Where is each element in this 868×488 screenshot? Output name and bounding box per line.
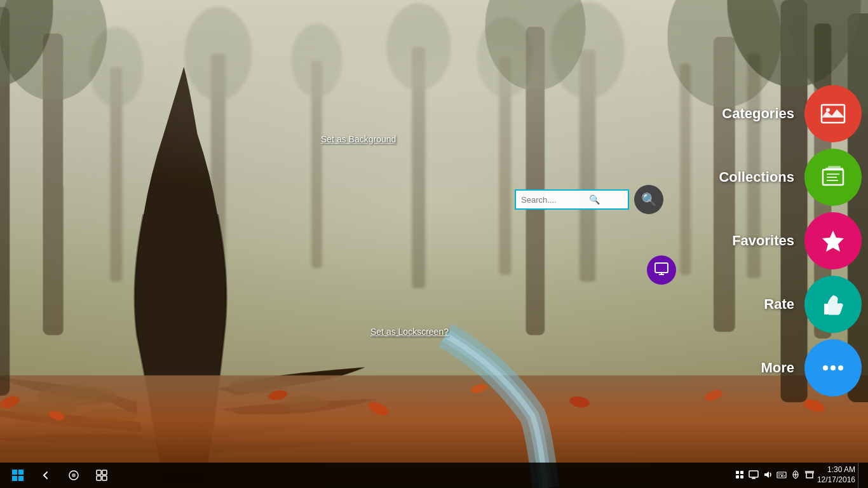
menu-item-rate[interactable]: Rate (719, 276, 862, 333)
star-icon (819, 227, 847, 255)
volume-icon[interactable] (763, 470, 773, 482)
svg-rect-70 (736, 475, 739, 478)
menu-item-favorites[interactable]: Favorites (719, 212, 862, 269)
network-icon[interactable] (735, 470, 745, 482)
svg-rect-64 (97, 470, 101, 475)
collections-icon (819, 163, 847, 191)
taskbar-date-display: 12/17/2016 (817, 475, 855, 485)
svg-rect-60 (12, 476, 17, 481)
search-input-wrapper: 🔍 (515, 189, 629, 210)
svg-rect-58 (12, 470, 17, 475)
svg-marker-53 (822, 231, 844, 252)
dots-icon (819, 354, 847, 382)
rate-circle[interactable] (804, 276, 862, 333)
svg-rect-72 (749, 471, 758, 477)
cortana-button[interactable] (61, 463, 86, 488)
svg-point-56 (831, 365, 836, 370)
taskbar: 1:30 AM 12/17/2016 (0, 463, 868, 488)
categories-circle[interactable] (804, 85, 862, 142)
svg-rect-67 (102, 476, 107, 480)
menu-item-categories[interactable]: Categories (719, 85, 862, 142)
image-icon (819, 100, 847, 128)
right-menu: Categories Collections Favorites (719, 0, 868, 488)
keyboard-icon[interactable] (776, 470, 787, 482)
back-icon (41, 470, 51, 480)
menu-item-collections[interactable]: Collections (719, 149, 862, 206)
search-inline-icon: 🔍 (589, 194, 600, 205)
show-desktop-button[interactable] (858, 463, 863, 488)
ime-icon[interactable] (790, 470, 801, 482)
notification-icon[interactable] (804, 470, 815, 482)
rate-label: Rate (764, 296, 794, 313)
search-input[interactable] (515, 189, 629, 210)
taskbar-clock[interactable]: 1:30 AM 12/17/2016 (817, 465, 855, 485)
categories-label: Categories (722, 105, 794, 122)
back-button[interactable] (33, 463, 58, 488)
svg-rect-69 (740, 471, 743, 474)
start-button[interactable] (5, 463, 31, 488)
search-circle-icon: 🔍 (641, 192, 657, 207)
display-settings-icon[interactable] (749, 470, 759, 482)
svg-point-63 (72, 473, 76, 477)
collections-circle[interactable] (804, 149, 862, 206)
more-label: More (761, 360, 794, 376)
svg-rect-65 (102, 470, 107, 475)
windows-logo-icon (12, 470, 24, 481)
svg-rect-52 (827, 180, 838, 181)
search-container: 🔍 🔍 (515, 185, 663, 214)
cortana-icon (68, 470, 79, 481)
svg-point-46 (826, 108, 830, 112)
favorites-circle[interactable] (804, 212, 862, 269)
svg-rect-50 (827, 173, 839, 175)
favorites-label: Favorites (732, 233, 794, 249)
system-tray (735, 470, 815, 482)
svg-rect-68 (736, 471, 739, 474)
collections-label: Collections (719, 169, 794, 186)
search-button[interactable]: 🔍 (634, 185, 663, 214)
svg-rect-61 (18, 476, 24, 481)
more-circle[interactable] (804, 339, 862, 396)
svg-rect-49 (828, 166, 841, 168)
svg-rect-73 (777, 472, 786, 478)
svg-rect-44 (655, 263, 668, 273)
svg-rect-71 (740, 475, 743, 478)
svg-point-57 (838, 365, 843, 370)
set-as-lockscreen-link[interactable]: Set as Lockscreen? (370, 327, 449, 337)
menu-item-more[interactable]: More (719, 339, 862, 396)
svg-rect-66 (97, 476, 101, 480)
svg-rect-51 (827, 177, 837, 178)
task-view-icon (96, 470, 107, 481)
taskbar-time-display: 1:30 AM (817, 465, 855, 475)
set-as-background-link[interactable]: Set as Background (321, 134, 396, 144)
thumbsup-icon (819, 290, 847, 318)
svg-point-55 (823, 365, 828, 370)
wallpaper-toggle-button[interactable] (647, 255, 676, 285)
svg-rect-54 (824, 304, 828, 315)
svg-rect-59 (18, 470, 24, 475)
task-view-button[interactable] (89, 463, 114, 488)
display-icon (654, 261, 669, 280)
